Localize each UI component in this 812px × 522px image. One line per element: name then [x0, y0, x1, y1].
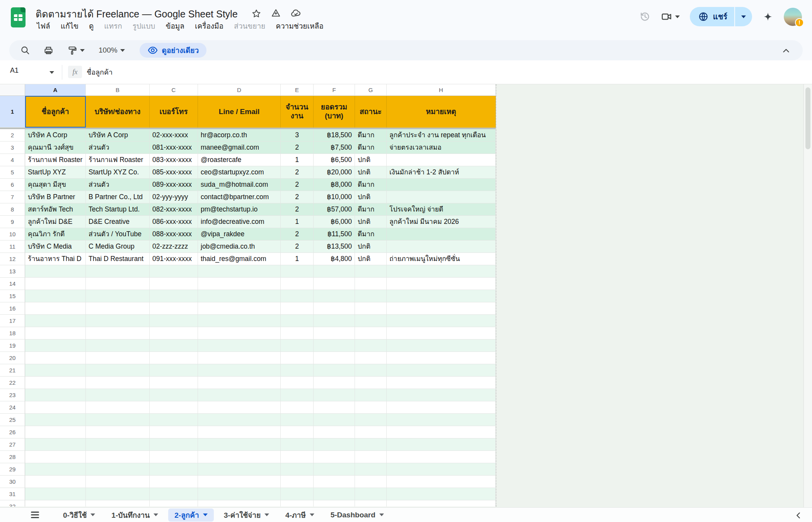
cell-C8[interactable]: 082-xxx-xxxx: [150, 203, 198, 216]
cell-F12[interactable]: ฿4,800: [314, 253, 355, 265]
name-box[interactable]: A1: [10, 67, 53, 75]
cell-C28[interactable]: [150, 451, 198, 463]
cell-D24[interactable]: [198, 401, 281, 414]
cell-G6[interactable]: ดีมาก: [355, 179, 387, 191]
vertical-scrollbar-thumb[interactable]: [805, 87, 810, 149]
cell-G28[interactable]: [355, 451, 387, 463]
cell-B12[interactable]: Thai D Restaurant: [86, 253, 150, 265]
cell-E11[interactable]: 2: [281, 241, 314, 253]
cell-D32[interactable]: [198, 500, 281, 507]
cell-E9[interactable]: 1: [281, 216, 314, 228]
cell-F29[interactable]: [314, 463, 355, 476]
cell-A9[interactable]: ลูกค้าใหม่ D&E: [25, 216, 86, 228]
cell-G17[interactable]: [355, 315, 387, 327]
cell-F20[interactable]: [314, 352, 355, 364]
cell-B32[interactable]: [86, 500, 150, 507]
cloud-saved-icon[interactable]: [290, 8, 302, 19]
cell-C3[interactable]: 081-xxx-xxxx: [150, 142, 198, 154]
column-header-C[interactable]: C: [150, 84, 198, 96]
row-header-18[interactable]: 18: [0, 327, 25, 339]
cell-E29[interactable]: [281, 463, 314, 476]
cell-C2[interactable]: 02-xxx-xxxx: [150, 129, 198, 142]
name-box-caret-icon[interactable]: [49, 71, 54, 74]
cell-C16[interactable]: [150, 302, 198, 315]
cell-D12[interactable]: thaid_res@gmail.com: [198, 253, 281, 265]
cell-D4[interactable]: @roastercafe: [198, 154, 281, 166]
meet-video-button[interactable]: [661, 11, 680, 22]
cell-D22[interactable]: [198, 377, 281, 389]
cell-E8[interactable]: 2: [281, 203, 314, 216]
cell-D8[interactable]: pm@techstartup.io: [198, 203, 281, 216]
cell-F25[interactable]: [314, 414, 355, 426]
cell-E24[interactable]: [281, 401, 314, 414]
row-header-6[interactable]: 6: [0, 179, 25, 191]
column-header-G[interactable]: G: [355, 84, 387, 96]
cell-E2[interactable]: 3: [281, 129, 314, 142]
cell-H2[interactable]: ลูกค้าประจำ งาน repeat ทุกเดือน: [387, 129, 496, 142]
view-only-chip[interactable]: ดูอย่างเดียว: [140, 43, 206, 58]
cell-G27[interactable]: [355, 438, 387, 451]
cell-B31[interactable]: [86, 488, 150, 500]
column-header-A[interactable]: A: [25, 84, 86, 96]
all-sheets-menu-icon[interactable]: [31, 512, 39, 518]
menu-item[interactable]: ข้อมูล: [165, 20, 184, 32]
cell-C22[interactable]: [150, 377, 198, 389]
cell-F2[interactable]: ฿18,500: [314, 129, 355, 142]
sheet-tab-2-ลูกค้า[interactable]: 2-ลูกค้า: [168, 508, 213, 522]
row-header-23[interactable]: 23: [0, 389, 25, 401]
cell-B3[interactable]: ส่วนตัว: [86, 142, 150, 154]
cell-B9[interactable]: D&E Creative: [86, 216, 150, 228]
paint-format-button[interactable]: [67, 45, 85, 56]
row-header-28[interactable]: 28: [0, 451, 25, 463]
cell-G7[interactable]: ปกติ: [355, 191, 387, 203]
cell-C31[interactable]: [150, 488, 198, 500]
row-header-2[interactable]: 2: [0, 129, 25, 142]
cell-E17[interactable]: [281, 315, 314, 327]
cell-A8[interactable]: สตาร์ทอัพ Tech: [25, 203, 86, 216]
cell-F16[interactable]: [314, 302, 355, 315]
cell-H14[interactable]: [387, 278, 496, 290]
cell-H21[interactable]: [387, 364, 496, 377]
cell-F9[interactable]: ฿6,000: [314, 216, 355, 228]
cell-A32[interactable]: [25, 500, 86, 507]
cell-C26[interactable]: [150, 426, 198, 438]
cell-H27[interactable]: [387, 438, 496, 451]
cell-A20[interactable]: [25, 352, 86, 364]
cell-G24[interactable]: [355, 401, 387, 414]
menu-item[interactable]: เครื่องมือ: [195, 20, 223, 32]
cell-A13[interactable]: [25, 265, 86, 278]
sheet-tab-4-ภาษี[interactable]: 4-ภาษี: [279, 508, 321, 522]
cell-D31[interactable]: [198, 488, 281, 500]
cell-E5[interactable]: 2: [281, 166, 314, 179]
cell-H12[interactable]: ถ่ายภาพเมนูใหม่ทุกซีซั่น: [387, 253, 496, 265]
scroll-tabs-left-icon[interactable]: [793, 510, 803, 520]
cell-H18[interactable]: [387, 327, 496, 339]
cell-A22[interactable]: [25, 377, 86, 389]
cell-G20[interactable]: [355, 352, 387, 364]
cell-B10[interactable]: ส่วนตัว / YouTube: [86, 228, 150, 241]
cell-C13[interactable]: [150, 265, 198, 278]
row-header-16[interactable]: 16: [0, 302, 25, 315]
cell-E14[interactable]: [281, 278, 314, 290]
cell-G5[interactable]: ปกติ: [355, 166, 387, 179]
cell-E7[interactable]: 2: [281, 191, 314, 203]
cell-H23[interactable]: [387, 389, 496, 401]
cell-C10[interactable]: 088-xxx-xxxx: [150, 228, 198, 241]
cell-B28[interactable]: [86, 451, 150, 463]
cell-B7[interactable]: B Partner Co., Ltd: [86, 191, 150, 203]
cell-C29[interactable]: [150, 463, 198, 476]
cell-G1[interactable]: สถานะ: [355, 96, 387, 128]
cell-A26[interactable]: [25, 426, 86, 438]
cell-B11[interactable]: C Media Group: [86, 241, 150, 253]
cell-E4[interactable]: 1: [281, 154, 314, 166]
cell-A2[interactable]: บริษัท A Corp: [25, 129, 86, 142]
cell-A25[interactable]: [25, 414, 86, 426]
menu-item[interactable]: ไฟล์: [37, 20, 50, 32]
cell-G8[interactable]: ดีมาก: [355, 203, 387, 216]
row-header-32[interactable]: 32: [0, 500, 25, 507]
cell-E19[interactable]: [281, 339, 314, 352]
cell-E23[interactable]: [281, 389, 314, 401]
cell-G30[interactable]: [355, 476, 387, 488]
cell-A24[interactable]: [25, 401, 86, 414]
cell-F5[interactable]: ฿20,000: [314, 166, 355, 179]
